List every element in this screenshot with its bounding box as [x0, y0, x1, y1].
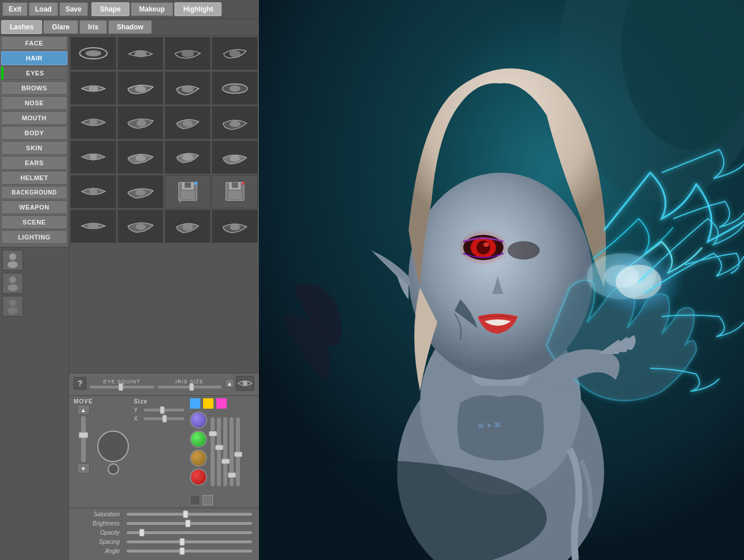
sidebar-item-body[interactable]: BODY [1, 126, 67, 140]
x-track[interactable] [144, 417, 184, 420]
load-button[interactable]: Load [29, 2, 58, 16]
color-square-blue[interactable] [190, 398, 200, 409]
vert-thumb-5[interactable] [234, 452, 242, 457]
thumb-15[interactable] [165, 140, 211, 174]
brightness-thumb[interactable] [185, 520, 190, 527]
thumb-2[interactable] [117, 37, 163, 70]
move-vert-thumb[interactable] [79, 432, 88, 438]
y-track[interactable] [144, 409, 184, 412]
thumb-10[interactable] [117, 106, 163, 139]
spacing-track[interactable] [127, 540, 252, 543]
opacity-thumb[interactable] [139, 529, 144, 536]
angle-thumb[interactable] [180, 547, 185, 555]
sidebar-item-weapon[interactable]: WEAPON [1, 200, 67, 214]
saturation-thumb[interactable] [183, 511, 188, 518]
swatch-purple[interactable] [190, 412, 207, 429]
tab-glare[interactable]: Glare [43, 20, 78, 34]
sidebar-item-lighting[interactable]: LIGHTING [1, 230, 67, 244]
iris-size-track[interactable] [158, 386, 222, 388]
vert-slider-4[interactable] [230, 417, 234, 486]
eye-squint-track[interactable] [90, 386, 154, 388]
color-controls [190, 398, 241, 505]
sidebar-item-mouth[interactable]: MOUTH [1, 111, 67, 125]
sidebar-item-scene[interactable]: SCENE [1, 215, 67, 229]
thumbnails-area: L [69, 36, 259, 373]
vert-slider-2[interactable] [217, 417, 221, 486]
thumb-17[interactable] [70, 175, 116, 208]
thumb-14[interactable] [117, 140, 163, 174]
thumb-22[interactable] [117, 209, 163, 243]
thumb-23[interactable] [165, 209, 211, 243]
thumb-9[interactable] [70, 106, 116, 139]
color-square-pink[interactable] [216, 398, 227, 409]
thumb-13[interactable] [70, 140, 116, 174]
x-thumb[interactable] [162, 415, 167, 422]
move-up-button[interactable]: ▲ [77, 405, 90, 415]
thumb-3[interactable] [165, 37, 211, 70]
eye-visibility-button[interactable] [236, 376, 254, 391]
bottom-square-2[interactable] [203, 495, 213, 505]
sidebar-item-ears[interactable]: EARS [1, 156, 67, 170]
brightness-track[interactable] [127, 522, 252, 525]
thumb-1[interactable] [70, 37, 116, 70]
tab-highlight[interactable]: Highlight [174, 2, 222, 16]
vert-slider-3[interactable] [223, 417, 227, 486]
thumb-5[interactable] [70, 71, 116, 105]
tab-iris[interactable]: Iris [79, 20, 107, 34]
vert-thumb-1[interactable] [209, 431, 217, 436]
thumb-7[interactable] [165, 71, 211, 105]
x-slider-row: X [133, 416, 184, 422]
thumb-24[interactable] [212, 209, 258, 243]
up-arrow-button[interactable]: ▲ [225, 379, 234, 388]
vert-thumb-4[interactable] [228, 473, 236, 478]
thumb-save-2[interactable] [212, 175, 258, 208]
vert-slider-5[interactable] [236, 417, 240, 486]
tab-shadow[interactable]: Shadow [108, 20, 152, 34]
sidebar-item-face[interactable]: FACE [1, 36, 67, 50]
sidebar-item-hair[interactable]: HAIR [1, 51, 67, 65]
save-button[interactable]: Save [59, 2, 88, 16]
vert-slider-1[interactable] [211, 417, 215, 486]
sidebar-item-skin[interactable]: SKIN [1, 141, 67, 155]
bottom-square-1[interactable] [190, 495, 200, 505]
move-vert-track[interactable] [81, 416, 86, 462]
spacing-thumb[interactable] [180, 538, 185, 546]
swatch-brown[interactable] [190, 449, 207, 467]
tab-shape[interactable]: Shape [91, 2, 129, 16]
thumb-16[interactable] [212, 140, 258, 174]
exit-button[interactable]: Exit [2, 2, 28, 16]
thumb-21[interactable] [70, 209, 116, 243]
avatar-icon-3[interactable] [2, 296, 23, 317]
swatch-red[interactable] [190, 468, 207, 486]
thumb-6[interactable] [117, 71, 163, 105]
tab-lashes[interactable]: Lashes [1, 20, 42, 34]
sidebar-item-eyes[interactable]: EYES [1, 66, 67, 80]
sidebar-item-helmet[interactable]: HELMET [1, 171, 67, 185]
saturation-track[interactable] [127, 513, 252, 516]
y-slider-row: Y [133, 407, 184, 413]
help-button[interactable]: ? [74, 377, 86, 390]
angle-track[interactable] [127, 550, 252, 553]
thumb-18[interactable] [117, 175, 163, 208]
tab-makeup[interactable]: Makeup [131, 2, 174, 16]
svg-point-24 [89, 188, 97, 196]
color-square-yellow[interactable] [203, 398, 213, 409]
opacity-track[interactable] [127, 531, 252, 534]
sidebar-item-nose[interactable]: NOSE [1, 96, 67, 110]
thumb-4[interactable] [212, 37, 258, 70]
avatar-icon-1[interactable] [2, 250, 23, 271]
y-thumb[interactable] [160, 406, 165, 414]
vert-thumb-3[interactable] [222, 459, 230, 464]
sidebar-item-brows[interactable]: BROWS [1, 81, 67, 95]
iris-size-thumb[interactable] [189, 383, 194, 391]
sidebar-item-background[interactable]: BACKGROUND [1, 186, 67, 199]
vert-thumb-2[interactable] [215, 445, 223, 450]
move-down-button[interactable]: ▼ [77, 463, 90, 474]
thumb-11[interactable] [165, 106, 211, 139]
avatar-icon-2[interactable] [2, 273, 23, 294]
thumb-8[interactable] [212, 71, 258, 105]
thumb-save-1[interactable]: L [165, 175, 211, 208]
eye-squint-thumb[interactable] [119, 383, 123, 391]
swatch-green[interactable] [190, 431, 207, 448]
thumb-12[interactable] [212, 106, 258, 139]
